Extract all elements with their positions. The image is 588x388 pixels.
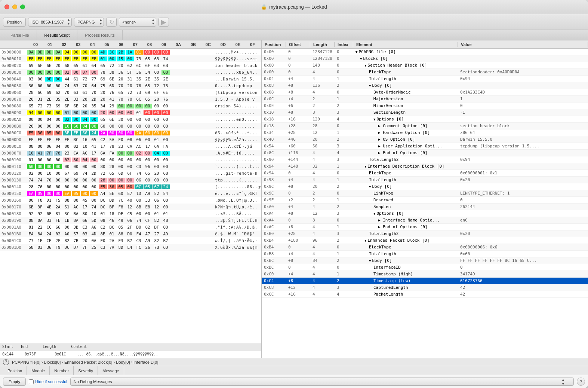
tree-row[interactable]: 0x00 0 12847128 0 ▼PCAPNG file [0] — [262, 49, 588, 55]
hide-successful-checkbox[interactable] — [29, 379, 34, 384]
hex-row: 0x000020 69 6F 6E 20 68 65 61 64 65 72 2… — [0, 62, 261, 69]
footer-tab-number[interactable]: Number — [50, 366, 74, 375]
none-select[interactable]: <none> — [119, 18, 156, 27]
tab-results-script[interactable]: Results Script — [37, 30, 78, 40]
tree-row[interactable]: 0x98 +4 4 1 TotalLength 0x20 — [262, 177, 588, 183]
tree-row[interactable]: 0x00 0 12847128 0 ▼Blocks [0] — [262, 55, 588, 62]
tree-row[interactable]: 0x00 0 148 0 ▼Section Header Block [0] — [262, 62, 588, 69]
tree-panel: Position Offset Length Index Element Val… — [262, 40, 588, 358]
hide-successful-label[interactable]: Hide if successful — [35, 379, 67, 384]
tree-row[interactable]: 0xB0 +28 4 3 TotalLength2 0x20 — [262, 230, 588, 237]
hex-row: 0x000110 60 00 00 00 00 00 00 00 80 28 0… — [0, 163, 261, 170]
hex-length-label: Length — [43, 345, 56, 349]
minimize-button[interactable] — [12, 4, 17, 9]
tree-row[interactable]: 0xC8 +12 4 3 CapturedLength 42 — [262, 284, 588, 291]
grammar-select[interactable]: PCAPNG — [74, 18, 104, 27]
hex-row: 0x0000B0 20 00 00 00 10 60 04 00 60 00 0… — [0, 123, 261, 129]
tree-row[interactable]: 0x9C +8 20 2 ▼Body [0] — [262, 183, 588, 190]
tree-row[interactable]: 0x04 +4 4 1 TotalLength 0x94 — [262, 76, 588, 82]
hex-start-label: Start — [2, 345, 13, 349]
hex-row: 0x000000 0A 0D 0D 0A 94 00 00 00 4D 3C 2… — [0, 49, 261, 55]
hex-row: 0x000030 00 00 00 00 02 00 07 00 78 38 3… — [0, 69, 261, 76]
zoom-button[interactable] — [20, 4, 25, 9]
refresh-button[interactable]: ↻ — [106, 18, 117, 27]
debug-help-button[interactable]: ? — [577, 378, 585, 386]
tree-row[interactable]: 0x94 0 4 0 BlockType 0x00000001: 0x1 — [262, 170, 588, 177]
hex-content-label: Content — [71, 345, 87, 349]
debug-select[interactable]: No Debug Messages — [70, 378, 574, 386]
traffic-lights — [4, 4, 25, 9]
tree-column-header: Position Offset Length Index Element Val… — [262, 40, 588, 49]
hex-end-label: End — [21, 345, 28, 349]
tree-row[interactable]: 0xBC +8 84 2 ▼Body [0] FF FF FF FF FF FF… — [262, 257, 588, 264]
hex-row: 0x000150 EA 05 00 00 EA 05 00 00 A4 5E 6… — [0, 190, 261, 197]
tree-row[interactable]: 0x08 +8 136 2 ▼Body [0] — [262, 82, 588, 89]
titlebar: 🔒 mytrace.pcapng — Locked — [0, 0, 588, 14]
empty-button[interactable]: Empty — [3, 378, 26, 386]
run-button[interactable]: ▶ — [158, 18, 169, 27]
tree-row[interactable]: 0xC0 +4 4 1 Timestamp (High) 341749 — [262, 271, 588, 278]
tree-row[interactable]: 0x34 +28 12 1 ▶ Hardware Option [0] x86_… — [262, 129, 588, 136]
tree-row[interactable]: 0x18 +16 120 4 ▼Options [0] — [262, 116, 588, 123]
tree-row[interactable]: 0xB8 +4 4 1 TotalLength 0x60 — [262, 251, 588, 257]
footer-tab-position[interactable]: Position — [3, 366, 27, 375]
hex-row: 0x0000F0 10 41 7F 78 23 CA AC 17 6A FA 0… — [0, 150, 261, 156]
tree-row[interactable]: 0x54 +60 56 3 ▶ User Application Opti...… — [262, 143, 588, 150]
goto-position-button[interactable]: Position — [3, 18, 26, 27]
col-offset: Offset — [286, 42, 310, 47]
tree-row[interactable]: 0x8C +116 4 4 ▶ End of Options [0] — [262, 150, 588, 156]
col-position: Position — [262, 42, 286, 47]
tree-body[interactable]: 0x00 0 12847128 0 ▼PCAPNG file [0] 0x00 … — [262, 49, 588, 358]
hex-length-val: 0x61C — [55, 352, 66, 356]
status-bar: ? PCAPNG file[0] › Blocks[0] › Enhanced … — [0, 358, 588, 366]
info-icon[interactable]: ? — [3, 359, 9, 365]
footer-tab-module[interactable]: Module — [27, 366, 50, 375]
none-select-wrapper: <none> ▲▼ — [119, 18, 156, 27]
tree-row[interactable]: 0x08 +8 4 0 Byte-OrderMagic 0x1A2B3C4D — [262, 89, 588, 96]
tab-process-results[interactable]: Process Results — [77, 30, 122, 40]
tree-row[interactable]: 0x9C 0 2 0 LinkType LINKTYPE_ETHERNET: 1 — [262, 190, 588, 197]
hex-row: 0x000130 74 74 70 00 00 00 00 00 28 00 0… — [0, 177, 261, 183]
tree-row[interactable]: 0xB4 0 4 0 BlockType 0x00000006: 0x6 — [262, 244, 588, 251]
hex-row: 0x000090 94 00 00 00 01 00 00 00 20 00 0… — [0, 109, 261, 116]
tree-row[interactable]: 0xAC +8 4 1 ▶ End of Options [0] — [262, 224, 588, 230]
hex-row: 0x0001C0 771ECE2F 827B200A E02AE3B7 C3A9… — [0, 237, 261, 244]
hex-row: 0x000120 02 00 10 00 67 69 74 2D 72 65 6… — [0, 170, 261, 177]
tree-row[interactable]: 0x18 +28 28 0 ▶ Comment Option [0] secti… — [262, 123, 588, 129]
encoding-select-wrapper: ISO_8859-1:1987 ▲▼ — [28, 18, 72, 27]
tab-parse-file[interactable]: Parse File — [3, 30, 37, 40]
tree-row[interactable]: 0xB4 +180 96 2 ▼Enhanced Packet Block [0… — [262, 237, 588, 244]
tree-row[interactable]: 0xA0 +4 4 2 SnapLen 262144 — [262, 204, 588, 210]
hex-content-val: ....ð6...g$ê...ê...Ñö....ÿÿÿÿÿÿÿÿÿ.. — [77, 352, 158, 356]
tree-row[interactable]: 0x90 +144 4 3 TotalLength2 0x94 — [262, 156, 588, 163]
footer-tab-message[interactable]: Message — [98, 366, 124, 375]
tree-row[interactable]: 0x0C +4 2 1 MajorVersion 1 — [262, 96, 588, 103]
tree-row[interactable]: 0x40 +40 20 2 ▶ OS Option [0] Darwin 15.… — [262, 136, 588, 143]
tree-row[interactable]: 0xCC +16 4 4 PacketLength 42 — [262, 291, 588, 298]
tree-row[interactable]: 0xA4 0 8 0 ▶ Interface Name Optio... en0 — [262, 217, 588, 224]
hex-row: 0x000080 65 72 73 69 6F 6E 20 35 34 29 0… — [0, 103, 261, 109]
col-length: Length — [310, 42, 335, 47]
footer-tab-severity[interactable]: Severity — [74, 366, 98, 375]
tree-row-selected[interactable]: 0xC4 +8 4 2 Timestamp (Low) 610728766 — [262, 278, 588, 284]
tree-row[interactable]: 0xBC 0 4 0 InterfaceID 0 — [262, 264, 588, 271]
hex-body[interactable]: 0x000000 0A 0D 0D 0A 94 00 00 00 4D 3C 2… — [0, 49, 261, 343]
hex-row: 0x000190 080A33FE 1B8A665D 08464906 74CF… — [0, 217, 261, 224]
encoding-select[interactable]: ISO_8859-1:1987 — [28, 18, 72, 27]
footer-row: Empty Hide if successful No Debug Messag… — [0, 375, 588, 388]
tree-row[interactable]: 0x9E +2 2 1 Reserved 0 — [262, 197, 588, 204]
tree-row[interactable]: 0xA4 +8 12 3 ▼Options [0] — [262, 210, 588, 217]
hex-footer: Start End Length Content — [0, 343, 261, 350]
close-button[interactable] — [4, 4, 9, 9]
hex-status-row: 0x144 0x75F 0x61C ....ð6...g$ê...ê...Ñö.… — [0, 350, 261, 358]
hex-row: 0x000140 28 76 00 00 00 00 00 00 F5 36 0… — [0, 183, 261, 190]
main-content: 00010203 04050607 08090A0B 0C0D0E0F 0x00… — [0, 40, 588, 358]
tree-row[interactable]: 0x94 +148 32 1 ▼Interface Description Bl… — [262, 163, 588, 170]
col-value: Value — [458, 42, 588, 47]
tree-row[interactable]: 0x00 0 4 0 BlockType SectionHeader: 0xA0… — [262, 69, 588, 76]
tree-row[interactable]: 0x10 +8 8 3 SectionLength -1 — [262, 109, 588, 116]
tree-row[interactable]: 0x0E +6 2 2 MinorVersion 0 — [262, 103, 588, 109]
hex-row: 0x0001A0 8122CC66 003BC3A6 C2BC052F D082… — [0, 224, 261, 230]
hex-row: 0x000100 01 00 00 00 02 80 04 00 00 00 0… — [0, 156, 261, 163]
col-index: Index — [335, 42, 353, 47]
